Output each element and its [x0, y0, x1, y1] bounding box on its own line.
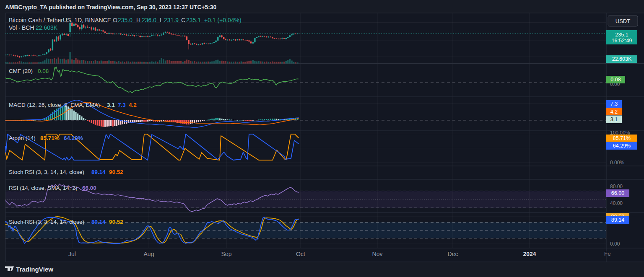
- svg-text:RSI (14, close, SMA, 14, 2): RSI (14, close, SMA, 14, 2): [9, 185, 78, 191]
- svg-text:85.71%: 85.71%: [613, 135, 631, 141]
- svg-text:MACD (12, 26, close, 9, EMA, E: MACD (12, 26, close, 9, EMA, EMA): [9, 102, 100, 108]
- svg-text:TradingView: TradingView: [16, 266, 53, 273]
- svg-text:0.08: 0.08: [38, 68, 49, 74]
- svg-text:40.00: 40.00: [610, 200, 623, 206]
- svg-text:USDT: USDT: [615, 18, 630, 24]
- svg-text:90.52: 90.52: [109, 169, 123, 175]
- svg-text:O: O: [113, 17, 117, 23]
- svg-text:4.2: 4.2: [610, 109, 618, 115]
- svg-text:66.00: 66.00: [82, 185, 96, 191]
- svg-text:0.00: 0.00: [610, 241, 620, 247]
- svg-text:0.08: 0.08: [610, 77, 621, 83]
- svg-text:Sep: Sep: [221, 251, 232, 257]
- svg-text:236.0: 236.0: [142, 17, 156, 23]
- svg-text:2024: 2024: [523, 251, 536, 257]
- svg-text:Bitcoin Cash / TetherUS, 1D, B: Bitcoin Cash / TetherUS, 1D, BINANCE: [9, 17, 111, 23]
- svg-text:Aroon (14): Aroon (14): [9, 135, 36, 141]
- svg-text:C: C: [181, 17, 185, 23]
- svg-text:64.29%: 64.29%: [64, 135, 83, 141]
- svg-text:Dec: Dec: [448, 251, 458, 257]
- svg-text:22.603K: 22.603K: [36, 24, 58, 31]
- svg-text:7.3: 7.3: [610, 101, 618, 107]
- svg-text:16:52:49: 16:52:49: [612, 38, 632, 44]
- svg-text:235.0: 235.0: [118, 17, 132, 23]
- svg-text:64.29%: 64.29%: [613, 143, 631, 149]
- svg-text:89.14: 89.14: [91, 169, 106, 175]
- svg-text:Stoch RSI (3, 3, 14, 14, close: Stoch RSI (3, 3, 14, 14, close): [9, 219, 84, 225]
- svg-text:3.1: 3.1: [610, 116, 618, 122]
- svg-text:80.00: 80.00: [610, 184, 623, 189]
- svg-text:231.9: 231.9: [164, 17, 179, 23]
- svg-text:66.00: 66.00: [611, 190, 624, 196]
- svg-text:85.71%: 85.71%: [40, 135, 60, 141]
- svg-text:89.14: 89.14: [91, 219, 106, 225]
- svg-text:CMF (20): CMF (20): [9, 68, 33, 74]
- svg-text:90.52: 90.52: [109, 219, 123, 225]
- svg-text:89.14: 89.14: [611, 217, 624, 223]
- svg-text:0.00%: 0.00%: [610, 160, 624, 166]
- svg-text:+0.1 (+0.04%): +0.1 (+0.04%): [204, 17, 242, 23]
- svg-text:Aug: Aug: [144, 251, 154, 257]
- svg-text:235.1: 235.1: [186, 17, 201, 23]
- svg-text:L: L: [160, 17, 163, 23]
- svg-text:BCH: BCH: [22, 24, 34, 31]
- svg-text:Jul: Jul: [68, 251, 76, 257]
- svg-text:AMBCrypto_TA published on Trad: AMBCrypto_TA published on TradingView.co…: [5, 4, 216, 10]
- svg-text:235.1: 235.1: [615, 32, 628, 38]
- svg-text:Nov: Nov: [372, 251, 383, 257]
- svg-text:7.3: 7.3: [118, 102, 126, 108]
- svg-text:H: H: [136, 17, 140, 23]
- svg-text:Stoch RSI (3, 3, 14, 14, close: Stoch RSI (3, 3, 14, 14, close): [9, 169, 84, 175]
- svg-text:Vol: Vol: [9, 24, 17, 31]
- svg-text:Oct: Oct: [296, 251, 305, 257]
- svg-text:Fe: Fe: [604, 251, 611, 257]
- svg-text:·: ·: [18, 24, 21, 31]
- svg-text:4.2: 4.2: [129, 102, 137, 108]
- svg-text:22.603K: 22.603K: [612, 56, 632, 62]
- svg-text:3.1: 3.1: [107, 102, 115, 108]
